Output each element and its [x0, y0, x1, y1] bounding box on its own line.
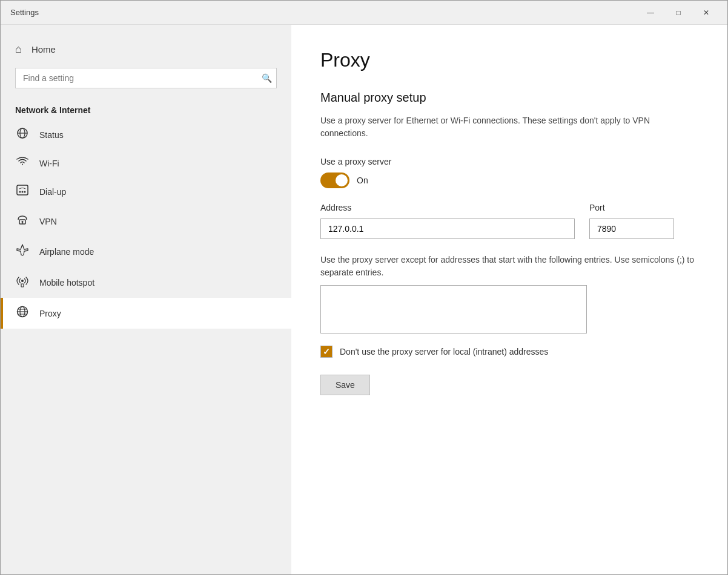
- proxy-icon: [15, 305, 30, 321]
- hotspot-label: Mobile hotspot: [39, 278, 94, 288]
- proxy-label: Proxy: [39, 309, 61, 318]
- port-field-group: Port: [589, 203, 674, 239]
- search-box: 🔍: [15, 68, 277, 88]
- airplane-label: Airplane mode: [39, 247, 94, 257]
- airplane-icon: [15, 243, 30, 260]
- address-label: Address: [320, 203, 575, 212]
- dialup-label: Dial-up: [39, 187, 66, 197]
- address-field-group: Address: [320, 203, 575, 239]
- checkbox-label: Don't use the proxy server for local (in…: [340, 347, 548, 356]
- svg-rect-11: [21, 284, 24, 287]
- section-title: Manual proxy setup: [320, 91, 698, 105]
- section-title: Network & Internet: [1, 100, 291, 120]
- main-area: ⌂ Home 🔍 Network & Internet: [1, 25, 727, 574]
- toggle-field-label: Use a proxy server: [320, 157, 698, 166]
- wifi-label: Wi-Fi: [39, 159, 59, 168]
- home-icon: ⌂: [15, 43, 22, 56]
- sidebar-item-airplane[interactable]: Airplane mode: [1, 236, 291, 267]
- proxy-description: Use a proxy server for Ethernet or Wi-Fi…: [320, 114, 698, 140]
- close-button[interactable]: ✕: [692, 3, 720, 22]
- svg-point-10: [21, 280, 24, 282]
- search-icon[interactable]: 🔍: [262, 73, 272, 83]
- minimize-button[interactable]: —: [637, 3, 664, 22]
- svg-rect-3: [17, 185, 28, 195]
- intranet-checkbox[interactable]: ✓: [320, 346, 333, 358]
- home-label: Home: [31, 44, 56, 54]
- port-input[interactable]: [589, 218, 674, 239]
- exceptions-textarea[interactable]: [320, 285, 587, 334]
- sidebar-nav: Status Wi-Fi: [1, 120, 291, 329]
- window-controls: — □ ✕: [637, 3, 720, 22]
- address-input[interactable]: [320, 218, 575, 239]
- toggle-row: On: [320, 172, 698, 188]
- checkbox-row[interactable]: ✓ Don't use the proxy server for local (…: [320, 346, 698, 358]
- status-icon: [15, 127, 30, 142]
- content-panel: Proxy Manual proxy setup Use a proxy ser…: [291, 25, 727, 574]
- sidebar-item-status[interactable]: Status: [1, 120, 291, 150]
- svg-point-8: [22, 221, 24, 223]
- save-button[interactable]: Save: [320, 375, 370, 395]
- window-title: Settings: [10, 8, 39, 17]
- sidebar-home[interactable]: ⌂ Home: [1, 37, 291, 68]
- wifi-icon: [15, 157, 30, 169]
- sidebar: ⌂ Home 🔍 Network & Internet: [1, 25, 291, 574]
- sidebar-item-vpn[interactable]: VPN: [1, 206, 291, 236]
- proxy-toggle[interactable]: [320, 172, 349, 188]
- vpn-icon: [15, 214, 30, 229]
- svg-point-5: [22, 191, 24, 193]
- exceptions-description: Use the proxy server except for addresse…: [320, 254, 698, 279]
- toggle-state-label: On: [357, 176, 368, 185]
- sidebar-item-wifi[interactable]: Wi-Fi: [1, 150, 291, 177]
- hotspot-icon: [15, 274, 30, 291]
- status-label: Status: [39, 130, 64, 140]
- titlebar: Settings — □ ✕: [1, 1, 727, 25]
- dialup-icon: [15, 184, 30, 199]
- sidebar-item-hotspot[interactable]: Mobile hotspot: [1, 267, 291, 298]
- sidebar-item-proxy[interactable]: Proxy: [1, 298, 291, 329]
- sidebar-item-dialup[interactable]: Dial-up: [1, 177, 291, 206]
- vpn-label: VPN: [39, 217, 57, 226]
- svg-point-6: [24, 191, 26, 193]
- maximize-button[interactable]: □: [664, 3, 692, 22]
- address-port-row: Address Port: [320, 203, 698, 239]
- checkmark-icon: ✓: [323, 347, 330, 356]
- svg-point-4: [19, 191, 21, 193]
- search-input[interactable]: [15, 68, 277, 88]
- page-title: Proxy: [320, 49, 698, 71]
- settings-window: Settings — □ ✕ ⌂ Home 🔍 Network & Intern…: [0, 0, 728, 575]
- port-label: Port: [589, 203, 674, 212]
